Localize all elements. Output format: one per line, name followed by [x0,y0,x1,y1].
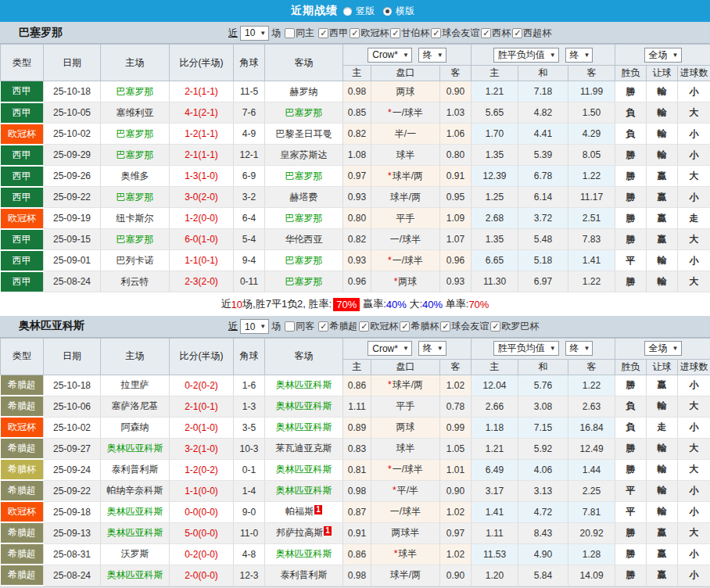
col-header-away: 客场 [265,45,343,81]
competition-checkbox[interactable] [350,28,360,38]
competition-checkbox[interactable] [318,321,328,332]
avg-final-select[interactable]: 终▼ [565,341,593,356]
cell-avg-home: 1.25 [472,187,518,208]
cell-handicap-result: 輸 [647,81,678,102]
cell-competition: 希腊超 [1,396,44,417]
scope-select[interactable]: 全场▼ [644,48,682,63]
avg-select[interactable]: 胜平负均值▼ [493,48,559,63]
radio-horizontal-label[interactable]: 横版 [396,5,414,18]
recent-link[interactable]: 近 [228,320,238,333]
competition-checkbox[interactable] [431,28,441,38]
team-name: 巴塞罗那 [19,26,63,40]
cell-date: 25-08-31 [44,543,101,565]
competition-checkbox[interactable] [359,321,369,332]
col-header-type: 类型 [1,338,44,375]
cell-handicap-result: 輸 [647,102,678,124]
competition-checkbox[interactable] [440,321,450,332]
avg-final-select[interactable]: 终▼ [565,48,593,63]
dropdown-arrow-icon: ▼ [403,345,409,352]
cell-handicap: 半/一 [371,124,440,145]
cell-date: 25-08-24 [44,565,101,586]
competition-checkbox[interactable] [512,28,522,38]
cell-avg-draw: 3.13 [518,480,568,501]
match-row: 西甲25-09-01巴列卡诺1-1(0-1)9-4巴塞罗那0.93*一/球半0.… [1,250,710,271]
cell-avg-home: 12.39 [472,166,518,187]
cell-away-odds: 1.03 [440,102,472,124]
match-count-select[interactable]: 10▼ [240,319,269,334]
cell-competition: 西甲 [1,229,44,250]
cell-home-team: 泰利普利斯 [101,459,170,480]
same-venue-checkbox[interactable] [285,28,295,38]
cell-avg-away: 14.09 [568,565,615,586]
cell-score: 0-0(0-0) [170,501,234,522]
section-header: 巴塞罗那 近 10▼ 场 同主 西甲欧冠杯甘伯杯球会友谊西杯西超杯 [0,22,710,44]
match-count-select[interactable]: 10▼ [240,26,269,41]
competition-label: 球会友谊 [442,27,479,40]
cell-away-odds: 0.90 [440,565,472,586]
cell-score: 3-2(1-0) [170,438,234,459]
same-venue-checkbox[interactable] [285,321,295,332]
radio-vertical-label[interactable]: 竖版 [356,5,375,18]
cell-avg-home: 1.70 [472,124,518,145]
cell-away-team: 赫罗纳 [265,81,343,102]
summary-near-label: 近 [221,297,231,311]
cell-avg-away: 1.22 [568,375,615,396]
scope-select[interactable]: 全场▼ [644,341,682,356]
subcol-avg-draw: 和 [518,359,568,375]
subcol-result: 胜负 [615,66,647,81]
cell-competition: 希腊超 [1,375,44,396]
cell-avg-away: 7.81 [568,501,615,522]
match-row: 西甲25-09-29巴塞罗那2-1(1-1)12-1皇家苏斯达1.08球半0.8… [1,145,710,166]
cell-home-odds: 0.83 [343,438,371,459]
odds-company-select[interactable]: Crow*▼ [368,341,412,356]
competition-label: 西超杯 [523,27,551,40]
cell-competition: 欧冠杯 [1,208,44,229]
cell-avg-away: 1.22 [568,166,615,187]
summary-bar: 近10场,胜7平1负2, 胜率: 70% 贏率:40% 大:40% 单率:70% [0,293,710,316]
cell-home-team: 巴塞罗那 [101,145,170,166]
cell-goals-result: 小 [678,145,710,166]
matches-table: 类型 日期 主场 比分(半场) 角球 客场 Crow*▼ 终▼ 胜平负均 [0,338,710,587]
odds-final-select[interactable]: 终▼ [418,341,446,356]
competition-checkbox[interactable] [490,321,500,332]
competition-checkbox[interactable] [400,321,410,332]
odds-company-select[interactable]: Crow*▼ [368,48,412,63]
cell-win-result: 負 [615,124,647,145]
cell-avg-home: 11.30 [472,271,518,292]
cell-score: 2-0(1-0) [170,417,234,438]
cell-away-odds: 0.91 [440,166,472,187]
radio-horizontal-layout[interactable] [383,7,392,16]
cell-handicap: 平手 [371,208,440,229]
cell-date: 25-10-05 [44,102,101,124]
cell-avg-draw: 7.18 [518,81,568,102]
cell-corners: 5-4 [234,229,265,250]
cell-away-team: 奥林匹亚科斯 [265,480,343,501]
cell-away-odds: 0.90 [440,81,472,102]
avg-select[interactable]: 胜平负均值▼ [493,341,559,356]
cell-handicap: *球半 [371,543,440,565]
cell-away-odds: 1.02 [440,501,472,522]
cell-avg-draw: 8.43 [518,522,568,543]
cell-score: 3-0(2-0) [170,187,234,208]
cell-corners: 11-0 [234,522,265,543]
cell-avg-home: 1.21 [472,438,518,459]
cell-handicap: 两球半 [371,522,440,543]
cell-avg-draw: 5.84 [518,565,568,586]
early-handicap-star: * [388,379,392,390]
competition-checkbox[interactable] [318,28,328,38]
recent-link[interactable]: 近 [228,27,238,40]
subcol-home-odds: 主 [343,359,371,375]
col-header-home: 主场 [101,45,170,81]
radio-vertical-layout[interactable] [343,7,352,16]
col-header-score: 比分(半场) [170,338,234,375]
competition-checkbox[interactable] [481,28,491,38]
cell-handicap: 平手 [371,396,440,417]
cell-goals-result: 小 [678,81,710,102]
cell-avg-draw: 5.92 [518,438,568,459]
cell-away-team: 皇家苏斯达 [265,145,343,166]
odds-final-select[interactable]: 终▼ [418,48,446,63]
cell-away-odds: 0.80 [440,145,472,166]
cell-away-team: 奥林匹亚科斯 [265,459,343,480]
cell-corners: 6-9 [234,166,265,187]
competition-checkbox[interactable] [390,28,400,38]
